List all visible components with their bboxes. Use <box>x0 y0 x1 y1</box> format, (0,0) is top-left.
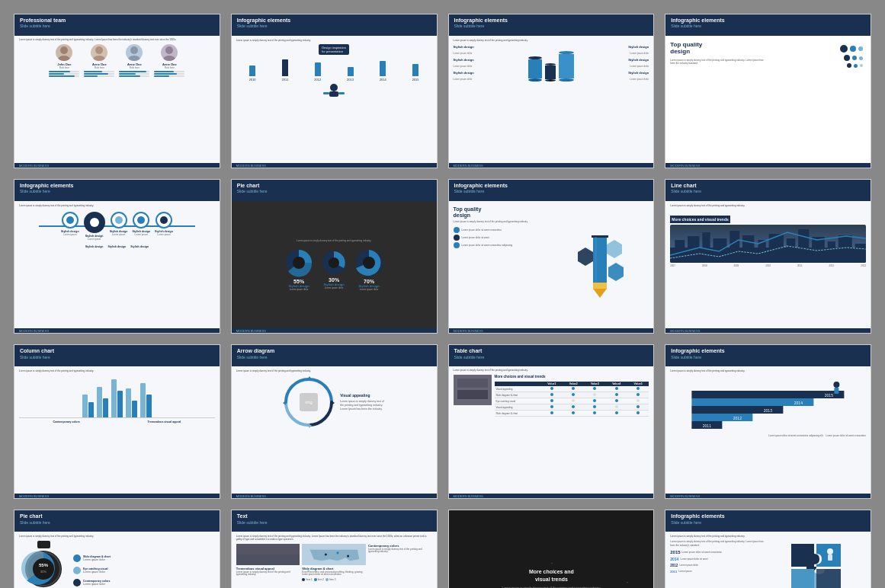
text-image-2 <box>302 544 366 565</box>
slide-15[interactable]: " More choices and visual trends " Lorem… <box>448 510 655 588</box>
slide-10-title: Arrow diagram <box>237 348 431 354</box>
slide-3-body: Lorem ipsum is simply dummy text of the … <box>449 36 654 163</box>
team-member-3: Anne Doe Role here <box>119 44 149 78</box>
year-2013-desc: Lorem ipsum dolor <box>679 564 698 567</box>
dot-filled <box>550 387 553 390</box>
slide-7[interactable]: Infographic elements Slide subtitle here… <box>448 179 655 334</box>
slide-2-subtitle: Slide subtitle here <box>237 24 431 28</box>
slide-5-body: Lorem ipsum is simply dummy text of the … <box>14 201 220 328</box>
circle-2 <box>84 212 105 233</box>
dot-empty <box>572 399 575 402</box>
circle-item-3: Stylish design Lorem ipsum <box>110 212 128 241</box>
svg-text:2012: 2012 <box>733 416 742 420</box>
slide-16-title: Infographic elements <box>671 513 865 519</box>
svg-marker-44 <box>307 376 312 379</box>
slide-7-title: Infographic elements <box>454 183 649 189</box>
slide-16-body: Lorem ipsum is simply dummy text of the … <box>665 532 871 588</box>
cylinders-container <box>519 45 582 81</box>
person-silhouette <box>296 83 372 98</box>
slide-9[interactable]: Column chart Slide subtitle here Lorem i… <box>14 344 220 499</box>
puzzle-text-content: Lorem ipsum is simply dummy text of the … <box>670 540 766 546</box>
slide-2-header: Infographic elements Slide subtitle here <box>232 14 437 36</box>
slide-2-body: Lorem ipsum is simply dummy text of the … <box>232 36 437 163</box>
text-box-title-3: Contemporary colors <box>368 544 432 548</box>
slide-3-desc: Lorem ipsum is simply dummy text of the … <box>454 39 649 42</box>
icon-row-2: Lorem ipsum dolor sit amet <box>454 235 550 241</box>
avatar-1 <box>56 44 72 61</box>
text-box-1: Tremendous visual appeal Lorem ipsum is … <box>236 544 300 582</box>
td-r2-5 <box>627 392 649 398</box>
slide-4[interactable]: Infographic elements Slide subtitle here… <box>665 14 871 168</box>
slide-1-footer: MODERN BUSINESS <box>14 163 220 168</box>
slide-1[interactable]: Professional team Slide subtitle here Lo… <box>14 14 220 168</box>
slide-13[interactable]: Pie chart Slide subtitle here Lorem ipsu… <box>14 510 220 588</box>
label-4: Stylish design <box>585 45 649 49</box>
dot-filled <box>615 411 618 414</box>
year-labels: 2007 2008 2009 2010 2011 2012 2013 <box>670 264 866 267</box>
td-r5-1 <box>541 411 563 417</box>
circle-4 <box>133 212 149 228</box>
slide-14[interactable]: Text Slide subtitle here Lorem ipsum is … <box>231 510 438 588</box>
circle-sublabel-1: Lorem ipsum <box>63 233 76 236</box>
slide-2-title: Infographic elements <box>237 18 431 24</box>
dot-filled <box>572 405 575 408</box>
member-role-1: Role here <box>59 66 69 69</box>
td-r4-4 <box>606 404 627 411</box>
slide-1-title: Professional team <box>20 18 214 24</box>
slide-9-subtitle: Slide subtitle here <box>20 355 214 360</box>
dot-lg-3 <box>847 63 851 68</box>
svg-text:": " <box>627 582 628 586</box>
table-image <box>454 375 492 405</box>
bullet-icon-3 <box>454 242 460 248</box>
slide-14-title: Text <box>237 513 431 519</box>
svg-marker-20 <box>593 289 607 298</box>
slide-3[interactable]: Infographic elements Slide subtitle here… <box>448 14 655 168</box>
slide-10[interactable]: Arrow diagram Slide subtitle here Lorem … <box>231 344 438 499</box>
slide-11[interactable]: Table chart Slide subtitle here Lorem ip… <box>448 344 655 499</box>
year-2014-desc: Lorem ipsum dolor sit amet <box>680 558 707 561</box>
dot-filled <box>636 387 640 390</box>
pencil-desc: Lorem ipsum is simply dummy text of the … <box>454 220 550 223</box>
col-bar-3b <box>117 391 123 417</box>
col-bar-2b <box>103 398 108 417</box>
dot-filled <box>593 405 596 408</box>
td-r4-3 <box>584 404 605 411</box>
slide-12[interactable]: Infographic elements Slide subtitle here… <box>665 344 871 499</box>
slide-16[interactable]: Infographic elements Slide subtitle here… <box>665 510 871 588</box>
col-group-4 <box>126 388 137 417</box>
col-bar-4b <box>132 401 137 417</box>
col-bar-4a <box>126 388 131 417</box>
slide-7-subtitle: Slide subtitle here <box>454 189 649 193</box>
slide-13-body: Lorem ipsum is simply dummy text of the … <box>14 532 220 588</box>
slide-8[interactable]: Line chart Slide subtitle here Lorem ips… <box>665 179 871 334</box>
slide-6-subtitle: Slide subtitle here <box>237 189 431 193</box>
cylinders-row <box>528 51 574 81</box>
watch-text-3: Contemporary colorsLorem ipsum dolor <box>83 580 110 586</box>
svg-point-17 <box>363 257 375 269</box>
slide-5[interactable]: Infographic elements Slide subtitle here… <box>14 179 220 334</box>
quality-desc: Lorem ipsum is simply dummy text of the … <box>670 59 766 65</box>
pie-item-1: 55% Stylish design Lorem ipsum dolor <box>284 248 313 291</box>
text-boxes-row: Tremendous visual appeal Lorem ipsum is … <box>236 544 432 582</box>
svg-text:2011: 2011 <box>703 423 711 428</box>
svg-marker-25 <box>608 263 624 281</box>
td-r2-1 <box>541 392 563 398</box>
member-role-3: Role here <box>130 66 139 69</box>
svg-text:2015: 2015 <box>825 393 833 398</box>
svg-rect-36 <box>798 229 809 263</box>
slide-11-header: Table chart Slide subtitle here <box>449 345 654 366</box>
slide-9-title: Column chart <box>20 348 214 354</box>
svg-rect-101 <box>828 554 832 561</box>
right-content <box>770 39 866 160</box>
svg-rect-31 <box>730 231 740 263</box>
slide-13-title: Pie chart <box>20 513 214 519</box>
slide-6[interactable]: Pie chart Slide subtitle here Lorem ipsu… <box>231 179 438 334</box>
circle-item-5: Stylish design Lorem ipsum <box>155 212 173 241</box>
slide-2[interactable]: Infographic elements Slide subtitle here… <box>231 14 438 168</box>
text-box-body-1: Lorem ipsum is simply dummy text of the … <box>236 571 300 577</box>
avatar-4 <box>161 44 178 61</box>
slide-1-subtitle: Slide subtitle here <box>20 24 214 28</box>
label-5: Stylish design <box>585 58 649 62</box>
slide-5-subtitle: Slide subtitle here <box>20 189 214 193</box>
city-background <box>670 225 866 263</box>
